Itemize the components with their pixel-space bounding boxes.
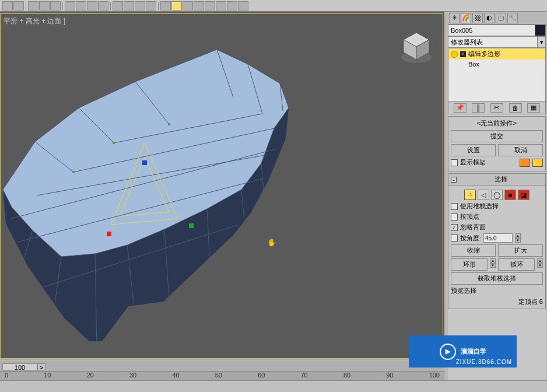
- toolbar-icon[interactable]: [183, 1, 193, 10]
- toolbar-icon[interactable]: [135, 1, 145, 10]
- pin-stack-button[interactable]: 📌: [454, 103, 467, 113]
- toolbar-icon[interactable]: [216, 1, 226, 10]
- cage-color-a[interactable]: [520, 159, 530, 167]
- toolbar-icon[interactable]: [76, 1, 86, 10]
- cancel-button[interactable]: 取消: [498, 144, 543, 156]
- grow-button[interactable]: 扩大: [498, 244, 543, 257]
- element-subobj-button[interactable]: ◪: [518, 190, 530, 200]
- vertex-subobj-button[interactable]: ∴: [464, 190, 476, 200]
- selection-title: 选择: [459, 175, 543, 184]
- tick: 60: [258, 372, 265, 380]
- toolbar-icon[interactable]: [113, 1, 123, 10]
- svg-marker-1: [3, 50, 289, 257]
- remove-modifier-button[interactable]: 🗑: [509, 103, 522, 113]
- configure-sets-button[interactable]: ▦: [527, 103, 540, 113]
- display-tab-icon[interactable]: ▢: [496, 13, 506, 23]
- use-stack-sel-checkbox[interactable]: [451, 203, 458, 210]
- toolbar-icon[interactable]: [98, 1, 108, 10]
- collapse-icon[interactable]: -: [451, 177, 457, 183]
- object-name-input[interactable]: [448, 25, 535, 36]
- ignore-backface-checkbox[interactable]: [451, 224, 458, 231]
- svg-rect-26: [189, 223, 194, 228]
- show-cage-checkbox[interactable]: [451, 159, 458, 166]
- spin-down-icon[interactable]: ▼: [490, 263, 496, 268]
- modifier-item-box[interactable]: Box: [448, 60, 545, 69]
- svg-point-27: [72, 171, 75, 173]
- toolbar-icon[interactable]: [65, 1, 75, 10]
- toolbar-icon[interactable]: [146, 1, 156, 10]
- ignore-backface-label: 忽略背面: [460, 223, 486, 232]
- modifier-item-edit-poly[interactable]: + 编辑多边形: [448, 48, 545, 60]
- create-tab-icon[interactable]: ✳: [449, 13, 460, 23]
- timeline-ruler[interactable]: 0 10 20 30 40 50 60 70 80 90 100: [0, 371, 444, 380]
- modifier-list-dropdown[interactable]: [448, 37, 537, 47]
- toolbar-icon[interactable]: [13, 1, 24, 10]
- tick: 100: [429, 372, 440, 380]
- toolbar-icon[interactable]: [50, 1, 61, 10]
- use-stack-sel-label: 使用堆栈选择: [460, 202, 499, 211]
- settings-button[interactable]: 设置: [451, 144, 496, 156]
- ring-button[interactable]: 环形: [451, 258, 488, 271]
- selection-info: 定顶点 6: [451, 298, 543, 306]
- modify-tab-icon[interactable]: 🌈: [461, 13, 471, 23]
- by-angle-checkbox[interactable]: [451, 235, 458, 242]
- tick: 40: [172, 372, 179, 380]
- tick: 30: [129, 372, 136, 380]
- motion-tab-icon[interactable]: ◐: [484, 13, 495, 23]
- polygon-subobj-button[interactable]: ■: [504, 190, 516, 200]
- time-slider[interactable]: 100: [2, 363, 37, 370]
- angle-spinner[interactable]: [483, 233, 513, 243]
- border-subobj-button[interactable]: ◯: [491, 190, 503, 200]
- svg-rect-25: [107, 232, 111, 236]
- play-icon: ▶: [440, 344, 456, 360]
- no-current-op-label: <无当前操作>: [451, 119, 543, 128]
- current-operation-rollout: <无当前操作> 提交 设置 取消 显示框架: [448, 116, 546, 172]
- get-stack-sel-button[interactable]: 获取堆栈选择: [451, 272, 543, 285]
- show-result-button[interactable]: ║: [472, 103, 485, 113]
- modifier-stack-buttons: 📌 ║ ✂ 🗑 ▦: [448, 102, 546, 114]
- dropdown-arrow-icon[interactable]: ▾: [537, 37, 545, 47]
- toolbar-icon[interactable]: [39, 1, 50, 10]
- shrink-button[interactable]: 收缩: [451, 244, 496, 257]
- toolbar-icon[interactable]: [194, 1, 204, 10]
- watermark: ▶ 溜溜自学 ZIXUE.3D66.COM: [409, 335, 517, 368]
- toolbar-icon[interactable]: [160, 1, 171, 10]
- by-vertex-checkbox[interactable]: [451, 214, 458, 220]
- spin-up-icon[interactable]: ▲: [537, 258, 543, 263]
- viewcube[interactable]: [399, 29, 434, 64]
- toolbar-icon[interactable]: [2, 1, 13, 10]
- time-slider-bar[interactable]: 100 >: [0, 362, 444, 371]
- hierarchy-tab-icon[interactable]: ⛓: [472, 13, 483, 23]
- expand-icon[interactable]: +: [460, 51, 466, 57]
- commit-button[interactable]: 提交: [451, 130, 543, 142]
- tick: 0: [5, 372, 8, 380]
- utilities-tab-icon[interactable]: 🔧: [507, 13, 518, 23]
- viewport[interactable]: 平滑 + 高光 + 边面 ]: [0, 12, 444, 359]
- toolbar-icon[interactable]: [87, 1, 97, 10]
- spin-down-icon[interactable]: ▼: [515, 238, 521, 243]
- toolbar-icon[interactable]: [205, 1, 215, 10]
- modifier-stack[interactable]: + 编辑多边形 Box: [448, 48, 546, 102]
- tick: 80: [343, 372, 350, 380]
- cage-color-b[interactable]: [532, 159, 543, 167]
- spin-up-icon[interactable]: ▲: [515, 233, 521, 238]
- make-unique-button[interactable]: ✂: [490, 103, 503, 113]
- toolbar-icon[interactable]: [238, 1, 248, 10]
- time-next-button[interactable]: >: [37, 363, 45, 370]
- spin-up-icon[interactable]: ▲: [490, 258, 496, 263]
- edge-subobj-button[interactable]: ◁: [478, 190, 489, 200]
- toolbar-icon[interactable]: [28, 1, 38, 10]
- object-color-swatch[interactable]: [535, 25, 545, 36]
- toolbar-icon[interactable]: [227, 1, 237, 10]
- toolbar-icon[interactable]: [171, 1, 182, 10]
- bulb-icon[interactable]: [451, 51, 458, 58]
- toolbar-icon[interactable]: [124, 1, 134, 10]
- loop-button[interactable]: 循环: [498, 258, 535, 271]
- command-panel: ✳ 🌈 ⛓ ◐ ▢ 🔧 ▾ + 编辑多边形 Box 📌 ║ ✂ 🗑 ▦ <无当: [448, 12, 546, 385]
- watermark-text: 溜溜自学: [461, 347, 486, 356]
- tick: 70: [301, 372, 308, 380]
- svg-point-28: [113, 142, 115, 144]
- spin-down-icon[interactable]: ▼: [537, 263, 543, 268]
- viewport-label[interactable]: 平滑 + 高光 + 边面 ]: [3, 16, 65, 26]
- selection-rollout-header[interactable]: - 选择: [448, 174, 545, 186]
